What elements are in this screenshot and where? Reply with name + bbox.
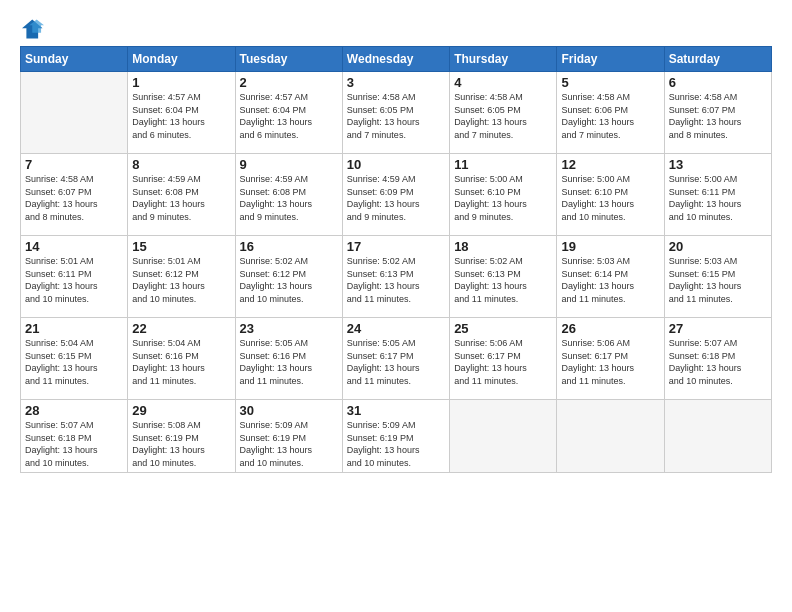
calendar-cell: 25Sunrise: 5:06 AMSunset: 6:17 PMDayligh… bbox=[450, 318, 557, 400]
day-number: 30 bbox=[240, 403, 338, 418]
day-info: Sunrise: 5:04 AMSunset: 6:16 PMDaylight:… bbox=[132, 337, 230, 387]
day-number: 28 bbox=[25, 403, 123, 418]
calendar-cell: 2Sunrise: 4:57 AMSunset: 6:04 PMDaylight… bbox=[235, 72, 342, 154]
calendar-cell bbox=[664, 400, 771, 473]
day-info: Sunrise: 5:00 AMSunset: 6:10 PMDaylight:… bbox=[561, 173, 659, 223]
day-number: 15 bbox=[132, 239, 230, 254]
calendar-cell: 9Sunrise: 4:59 AMSunset: 6:08 PMDaylight… bbox=[235, 154, 342, 236]
day-number: 23 bbox=[240, 321, 338, 336]
calendar-header-sunday: Sunday bbox=[21, 47, 128, 72]
day-info: Sunrise: 5:07 AMSunset: 6:18 PMDaylight:… bbox=[669, 337, 767, 387]
calendar-cell bbox=[21, 72, 128, 154]
calendar-week-2: 7Sunrise: 4:58 AMSunset: 6:07 PMDaylight… bbox=[21, 154, 772, 236]
calendar-header-wednesday: Wednesday bbox=[342, 47, 449, 72]
day-info: Sunrise: 5:00 AMSunset: 6:11 PMDaylight:… bbox=[669, 173, 767, 223]
day-number: 4 bbox=[454, 75, 552, 90]
day-number: 5 bbox=[561, 75, 659, 90]
day-info: Sunrise: 4:59 AMSunset: 6:09 PMDaylight:… bbox=[347, 173, 445, 223]
logo-text bbox=[20, 18, 44, 40]
calendar-cell bbox=[450, 400, 557, 473]
calendar-cell: 8Sunrise: 4:59 AMSunset: 6:08 PMDaylight… bbox=[128, 154, 235, 236]
day-info: Sunrise: 5:09 AMSunset: 6:19 PMDaylight:… bbox=[347, 419, 445, 469]
calendar-header-row: SundayMondayTuesdayWednesdayThursdayFrid… bbox=[21, 47, 772, 72]
day-number: 21 bbox=[25, 321, 123, 336]
day-number: 26 bbox=[561, 321, 659, 336]
day-info: Sunrise: 5:02 AMSunset: 6:13 PMDaylight:… bbox=[454, 255, 552, 305]
calendar-week-1: 1Sunrise: 4:57 AMSunset: 6:04 PMDaylight… bbox=[21, 72, 772, 154]
day-info: Sunrise: 4:58 AMSunset: 6:05 PMDaylight:… bbox=[347, 91, 445, 141]
calendar-header-thursday: Thursday bbox=[450, 47, 557, 72]
day-number: 12 bbox=[561, 157, 659, 172]
day-info: Sunrise: 4:59 AMSunset: 6:08 PMDaylight:… bbox=[132, 173, 230, 223]
calendar-cell: 15Sunrise: 5:01 AMSunset: 6:12 PMDayligh… bbox=[128, 236, 235, 318]
calendar-header-saturday: Saturday bbox=[664, 47, 771, 72]
calendar-cell: 21Sunrise: 5:04 AMSunset: 6:15 PMDayligh… bbox=[21, 318, 128, 400]
day-number: 29 bbox=[132, 403, 230, 418]
calendar-cell: 3Sunrise: 4:58 AMSunset: 6:05 PMDaylight… bbox=[342, 72, 449, 154]
day-info: Sunrise: 5:09 AMSunset: 6:19 PMDaylight:… bbox=[240, 419, 338, 469]
day-info: Sunrise: 5:05 AMSunset: 6:17 PMDaylight:… bbox=[347, 337, 445, 387]
calendar-cell: 6Sunrise: 4:58 AMSunset: 6:07 PMDaylight… bbox=[664, 72, 771, 154]
calendar-cell: 12Sunrise: 5:00 AMSunset: 6:10 PMDayligh… bbox=[557, 154, 664, 236]
calendar-cell: 30Sunrise: 5:09 AMSunset: 6:19 PMDayligh… bbox=[235, 400, 342, 473]
day-number: 18 bbox=[454, 239, 552, 254]
day-number: 25 bbox=[454, 321, 552, 336]
day-number: 3 bbox=[347, 75, 445, 90]
logo bbox=[20, 18, 44, 40]
day-number: 1 bbox=[132, 75, 230, 90]
calendar-cell: 7Sunrise: 4:58 AMSunset: 6:07 PMDaylight… bbox=[21, 154, 128, 236]
day-number: 19 bbox=[561, 239, 659, 254]
day-number: 2 bbox=[240, 75, 338, 90]
day-info: Sunrise: 5:03 AMSunset: 6:15 PMDaylight:… bbox=[669, 255, 767, 305]
calendar-cell bbox=[557, 400, 664, 473]
day-info: Sunrise: 5:04 AMSunset: 6:15 PMDaylight:… bbox=[25, 337, 123, 387]
day-number: 10 bbox=[347, 157, 445, 172]
calendar-cell: 26Sunrise: 5:06 AMSunset: 6:17 PMDayligh… bbox=[557, 318, 664, 400]
day-info: Sunrise: 5:01 AMSunset: 6:12 PMDaylight:… bbox=[132, 255, 230, 305]
day-info: Sunrise: 4:58 AMSunset: 6:06 PMDaylight:… bbox=[561, 91, 659, 141]
day-number: 22 bbox=[132, 321, 230, 336]
day-info: Sunrise: 5:02 AMSunset: 6:13 PMDaylight:… bbox=[347, 255, 445, 305]
day-info: Sunrise: 5:03 AMSunset: 6:14 PMDaylight:… bbox=[561, 255, 659, 305]
day-number: 16 bbox=[240, 239, 338, 254]
calendar-cell: 22Sunrise: 5:04 AMSunset: 6:16 PMDayligh… bbox=[128, 318, 235, 400]
day-number: 9 bbox=[240, 157, 338, 172]
calendar-cell: 1Sunrise: 4:57 AMSunset: 6:04 PMDaylight… bbox=[128, 72, 235, 154]
page: SundayMondayTuesdayWednesdayThursdayFrid… bbox=[0, 0, 792, 612]
calendar-cell: 13Sunrise: 5:00 AMSunset: 6:11 PMDayligh… bbox=[664, 154, 771, 236]
day-number: 7 bbox=[25, 157, 123, 172]
day-number: 14 bbox=[25, 239, 123, 254]
day-info: Sunrise: 5:07 AMSunset: 6:18 PMDaylight:… bbox=[25, 419, 123, 469]
day-number: 31 bbox=[347, 403, 445, 418]
calendar-cell: 17Sunrise: 5:02 AMSunset: 6:13 PMDayligh… bbox=[342, 236, 449, 318]
calendar-cell: 23Sunrise: 5:05 AMSunset: 6:16 PMDayligh… bbox=[235, 318, 342, 400]
header bbox=[20, 18, 772, 40]
calendar-cell: 19Sunrise: 5:03 AMSunset: 6:14 PMDayligh… bbox=[557, 236, 664, 318]
day-info: Sunrise: 4:57 AMSunset: 6:04 PMDaylight:… bbox=[132, 91, 230, 141]
day-number: 6 bbox=[669, 75, 767, 90]
calendar-header-monday: Monday bbox=[128, 47, 235, 72]
day-info: Sunrise: 4:57 AMSunset: 6:04 PMDaylight:… bbox=[240, 91, 338, 141]
calendar-cell: 14Sunrise: 5:01 AMSunset: 6:11 PMDayligh… bbox=[21, 236, 128, 318]
calendar: SundayMondayTuesdayWednesdayThursdayFrid… bbox=[20, 46, 772, 473]
day-number: 13 bbox=[669, 157, 767, 172]
calendar-header-tuesday: Tuesday bbox=[235, 47, 342, 72]
day-number: 20 bbox=[669, 239, 767, 254]
day-info: Sunrise: 4:58 AMSunset: 6:07 PMDaylight:… bbox=[25, 173, 123, 223]
day-number: 11 bbox=[454, 157, 552, 172]
calendar-cell: 18Sunrise: 5:02 AMSunset: 6:13 PMDayligh… bbox=[450, 236, 557, 318]
day-info: Sunrise: 5:05 AMSunset: 6:16 PMDaylight:… bbox=[240, 337, 338, 387]
day-number: 27 bbox=[669, 321, 767, 336]
calendar-cell: 31Sunrise: 5:09 AMSunset: 6:19 PMDayligh… bbox=[342, 400, 449, 473]
day-number: 8 bbox=[132, 157, 230, 172]
calendar-cell: 20Sunrise: 5:03 AMSunset: 6:15 PMDayligh… bbox=[664, 236, 771, 318]
calendar-week-3: 14Sunrise: 5:01 AMSunset: 6:11 PMDayligh… bbox=[21, 236, 772, 318]
calendar-cell: 11Sunrise: 5:00 AMSunset: 6:10 PMDayligh… bbox=[450, 154, 557, 236]
calendar-cell: 28Sunrise: 5:07 AMSunset: 6:18 PMDayligh… bbox=[21, 400, 128, 473]
calendar-cell: 27Sunrise: 5:07 AMSunset: 6:18 PMDayligh… bbox=[664, 318, 771, 400]
calendar-cell: 16Sunrise: 5:02 AMSunset: 6:12 PMDayligh… bbox=[235, 236, 342, 318]
calendar-cell: 5Sunrise: 4:58 AMSunset: 6:06 PMDaylight… bbox=[557, 72, 664, 154]
calendar-header-friday: Friday bbox=[557, 47, 664, 72]
day-info: Sunrise: 5:01 AMSunset: 6:11 PMDaylight:… bbox=[25, 255, 123, 305]
day-number: 17 bbox=[347, 239, 445, 254]
